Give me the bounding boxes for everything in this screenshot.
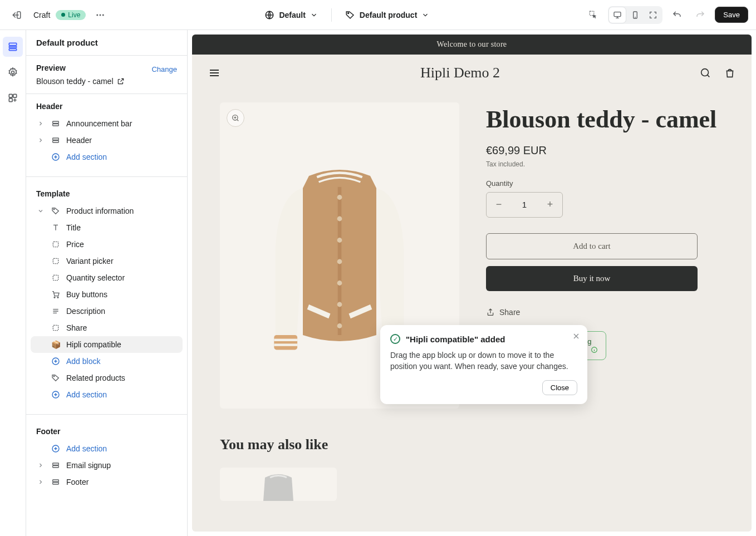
mobile-icon xyxy=(631,11,640,19)
search-button[interactable] xyxy=(699,67,711,79)
locale-dropdown[interactable]: Default xyxy=(261,8,321,22)
package-emoji-icon: 📦 xyxy=(51,340,61,349)
redo-button[interactable] xyxy=(691,6,709,24)
block-quantity[interactable]: Quantity selector xyxy=(31,269,183,286)
add-section-footer[interactable]: Add section xyxy=(31,440,183,457)
share-button[interactable]: Share xyxy=(486,308,724,317)
save-button[interactable]: Save xyxy=(715,7,748,23)
zoom-button[interactable] xyxy=(227,109,244,127)
add-to-cart-button[interactable]: Add to cart xyxy=(486,233,698,259)
add-section-template[interactable]: Add section xyxy=(31,386,183,403)
svg-rect-38 xyxy=(274,335,297,350)
menu-button[interactable] xyxy=(208,66,221,80)
block-variant[interactable]: Variant picker xyxy=(31,253,183,269)
qty-decrease[interactable]: − xyxy=(487,193,511,217)
preview-area: Welcome to our store Hipli Demo 2 xyxy=(188,30,756,536)
qty-value: 1 xyxy=(511,193,538,217)
header-group: Header xyxy=(26,94,187,115)
svg-rect-33 xyxy=(53,466,59,468)
buy-now-button[interactable]: Buy it now xyxy=(486,266,698,291)
block-buy[interactable]: Buy buttons xyxy=(31,286,183,303)
footer-group: Footer xyxy=(26,419,187,440)
svg-point-21 xyxy=(53,209,55,210)
text-icon xyxy=(51,223,60,232)
device-group xyxy=(608,6,662,24)
search-icon xyxy=(699,67,711,79)
preview-label: Preview xyxy=(36,63,66,72)
block-hipli[interactable]: 📦 Hipli compatible xyxy=(31,336,183,353)
svg-rect-40 xyxy=(274,343,297,346)
change-preview[interactable]: Change xyxy=(151,65,177,73)
section-icon xyxy=(51,461,60,470)
related-section: You may also like xyxy=(192,425,752,501)
toast-close-button[interactable]: Close xyxy=(542,380,577,395)
add-section-header[interactable]: Add section xyxy=(31,149,183,165)
svg-rect-22 xyxy=(53,242,58,247)
chevron-down-icon xyxy=(421,11,429,19)
template-dropdown[interactable]: Default product xyxy=(342,8,433,22)
preview-product-link[interactable]: Blouson teddy - camel xyxy=(36,77,177,86)
block-icon xyxy=(51,257,60,265)
sidebar-item-product-info[interactable]: Product information xyxy=(31,203,183,219)
preview-section: Preview Change Blouson teddy - camel xyxy=(26,56,187,94)
section-icon xyxy=(51,119,60,128)
check-circle-icon: ✓ xyxy=(390,334,400,344)
section-icon xyxy=(51,478,60,486)
topbar-left: Craft Live xyxy=(8,6,109,24)
add-block[interactable]: Add block xyxy=(31,353,183,370)
undo-button[interactable] xyxy=(668,6,686,24)
device-desktop[interactable] xyxy=(609,7,626,23)
toast: ✓ "Hipli compatible" added Drag the app … xyxy=(380,325,587,404)
svg-rect-24 xyxy=(53,275,58,280)
tag-icon xyxy=(51,206,60,215)
zoom-icon xyxy=(231,114,240,122)
svg-point-2 xyxy=(100,14,101,16)
sidebar-item-header[interactable]: Header xyxy=(31,132,183,149)
exit-icon xyxy=(12,10,22,20)
svg-rect-39 xyxy=(274,339,297,341)
inspector-toggle[interactable] xyxy=(585,6,602,24)
sidebar-item-email-signup[interactable]: Email signup xyxy=(31,457,183,474)
rail-settings[interactable] xyxy=(3,62,23,82)
plus-circle-icon xyxy=(51,444,60,453)
fullscreen-icon xyxy=(649,11,657,19)
rail-sections[interactable] xyxy=(3,37,23,57)
cart-icon xyxy=(51,290,60,299)
bag-icon xyxy=(724,67,736,79)
sidebar: Default product Preview Change Blouson t… xyxy=(26,30,188,536)
svg-point-25 xyxy=(54,297,55,298)
sidebar-item-announcement[interactable]: Announcement bar xyxy=(31,115,183,132)
svg-point-26 xyxy=(57,297,58,298)
related-card[interactable] xyxy=(220,468,337,501)
block-title[interactable]: Title xyxy=(31,219,183,236)
svg-rect-11 xyxy=(9,48,16,50)
block-share[interactable]: Share xyxy=(31,319,183,336)
sidebar-item-footer[interactable]: Footer xyxy=(31,474,183,490)
bag-button[interactable] xyxy=(724,67,736,79)
toast-close[interactable] xyxy=(572,332,581,341)
block-description[interactable]: Description xyxy=(31,303,183,319)
device-fullscreen[interactable] xyxy=(645,7,661,23)
block-price[interactable]: Price xyxy=(31,236,183,253)
sidebar-item-related[interactable]: Related products xyxy=(31,370,183,386)
svg-point-48 xyxy=(337,259,342,264)
quantity-stepper: − 1 + xyxy=(486,192,563,218)
block-icon xyxy=(51,323,60,332)
svg-point-47 xyxy=(337,238,342,243)
redo-icon xyxy=(695,10,705,20)
template-group: Template xyxy=(26,181,187,203)
close-icon xyxy=(572,332,581,341)
svg-point-29 xyxy=(53,376,55,377)
announcement-bar: Welcome to our store xyxy=(192,35,752,55)
brand[interactable]: Hipli Demo 2 xyxy=(420,65,500,81)
more-button[interactable] xyxy=(91,6,109,24)
rail-apps[interactable] xyxy=(3,88,23,108)
qty-increase[interactable]: + xyxy=(538,193,562,217)
toast-title: "Hipli compatible" added xyxy=(406,335,505,344)
theme-name: Craft xyxy=(33,11,50,19)
exit-button[interactable] xyxy=(8,6,26,24)
svg-rect-34 xyxy=(53,480,59,481)
device-mobile[interactable] xyxy=(627,7,644,23)
quantity-label: Quantity xyxy=(486,179,724,188)
svg-rect-32 xyxy=(53,463,59,465)
